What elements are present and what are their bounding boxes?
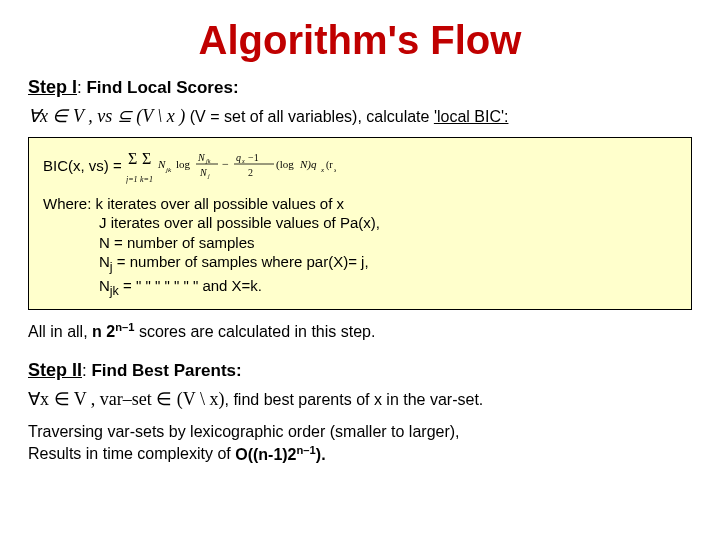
svg-text:Σ: Σ: [128, 150, 137, 167]
step1-math: ∀x ∈ V , vs ⊆ (V \ x ): [28, 106, 185, 126]
where-k: k iterates over all possible values of x: [96, 195, 344, 212]
svg-text:jk: jk: [165, 166, 172, 174]
step2-text: , find best parents of x in the var-set.: [225, 391, 484, 408]
svg-text:q: q: [236, 152, 241, 163]
step1-condition: ∀x ∈ V , vs ⊆ (V \ x ) (V = set of all v…: [28, 105, 692, 128]
step1-summary: All in all, n 2n–1 scores are calculated…: [28, 320, 692, 343]
step1-heading: Find Local Scores:: [86, 78, 238, 97]
svg-text:j: j: [207, 173, 210, 179]
svg-text:−: −: [222, 157, 229, 171]
step1-label: Step I: [28, 77, 77, 97]
svg-text:N)q: N)q: [299, 158, 317, 171]
slide-title: Algorithm's Flow: [28, 14, 692, 66]
svg-text:x: x: [320, 166, 325, 174]
svg-text:k=1: k=1: [140, 175, 153, 184]
svg-text:x: x: [333, 167, 336, 173]
step1-heading-line: Step I: Find Local Scores:: [28, 76, 692, 99]
svg-text:N: N: [157, 158, 166, 170]
step1-cond-text: (V = set of all variables), calculate: [190, 108, 434, 125]
bic-label: BIC(x, vs) =: [43, 157, 122, 174]
svg-text:x: x: [241, 158, 245, 164]
svg-text:Σ: Σ: [142, 150, 151, 167]
where-j: J iterates over all possible values of P…: [43, 213, 380, 233]
step1-local-bic: 'local BIC':: [434, 108, 509, 125]
svg-text:j=1: j=1: [126, 175, 138, 184]
svg-text:N: N: [199, 167, 208, 178]
svg-text:jk: jk: [205, 158, 211, 164]
where-nj: Nj = number of samples where par(X)= j,: [43, 252, 369, 275]
where-block: Where: k iterates over all possible valu…: [43, 194, 677, 299]
svg-text:log: log: [176, 158, 191, 170]
svg-text:(log: (log: [276, 158, 294, 171]
step2-line2: Traversing var-sets by lexicographic ord…: [28, 422, 692, 466]
bic-box: BIC(x, vs) = Σ j=1 Σ k=1 N jk log N jk N…: [28, 137, 692, 310]
svg-text:N: N: [197, 152, 206, 163]
svg-text:(r: (r: [326, 159, 333, 171]
step2-math: ∀x ∈ V , var–set ∈ (V \ x): [28, 389, 225, 409]
where-njk: Njk = " " " " " " " and X=k.: [43, 276, 262, 299]
bic-formula-icon: Σ j=1 Σ k=1 N jk log N jk N j − q x −1 2…: [126, 150, 336, 184]
step2-block: Step II: Find Best Parents: ∀x ∈ V , var…: [28, 359, 692, 466]
step2-label: Step II: [28, 360, 82, 380]
bic-formula-line: BIC(x, vs) = Σ j=1 Σ k=1 N jk log N jk N…: [43, 150, 677, 184]
where-label: Where:: [43, 195, 91, 212]
step2-heading: Find Best Parents:: [91, 361, 241, 380]
svg-text:−1: −1: [248, 152, 259, 163]
svg-text:2: 2: [248, 167, 253, 178]
where-n: N = number of samples: [43, 233, 255, 253]
